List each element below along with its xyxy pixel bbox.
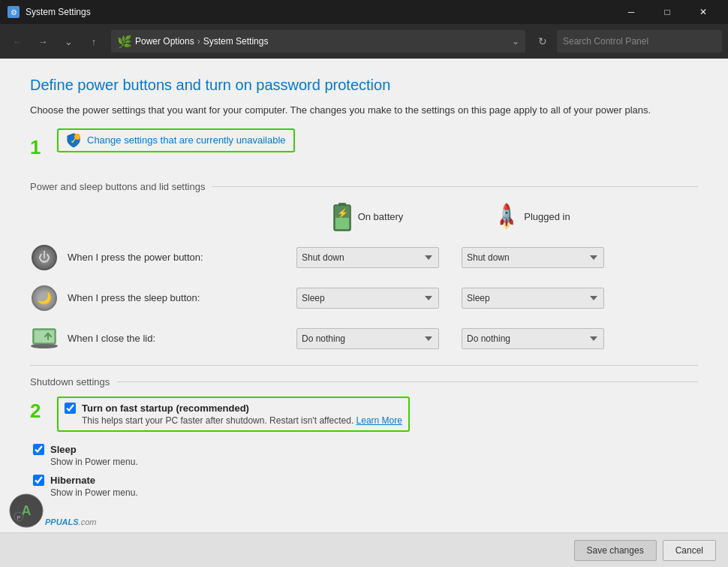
hibernate-checkbox[interactable] — [33, 475, 44, 486]
recent-button[interactable]: ⌄ — [57, 30, 80, 53]
breadcrumb-chevron-icon: ⌄ — [512, 36, 519, 47]
sleep-plugged-select[interactable]: Sleep Shut down Hibernate Turn off the d… — [462, 288, 604, 309]
battery-column-header: ⚡ On battery — [285, 201, 450, 233]
power-button-icon — [30, 243, 59, 272]
refresh-button[interactable]: ↻ — [531, 30, 554, 53]
back-button[interactable]: ← — [6, 30, 29, 53]
hibernate-desc: Show in Power menu. — [50, 487, 698, 498]
page-title: Define power buttons and turn on passwor… — [30, 77, 698, 94]
sleep-button-row: When I press the sleep button: Sleep Shu… — [30, 278, 698, 318]
sleep-battery-select[interactable]: Sleep Shut down Hibernate Turn off the d… — [296, 288, 439, 309]
power-button-label: When I press the power button: — [30, 243, 285, 272]
battery-icon: ⚡ — [332, 201, 352, 233]
lid-plugged-select-col: Do nothing Sleep Hibernate Shut down Tur… — [450, 328, 615, 349]
power-battery-select-col: Shut down Sleep Hibernate Turn off the d… — [285, 247, 450, 268]
hibernate-row: Hibernate — [33, 475, 698, 486]
change-settings-button[interactable]: ✓ ! Change settings that are currently u… — [57, 128, 295, 152]
svg-text:P: P — [17, 514, 20, 521]
forward-button[interactable]: → — [32, 30, 54, 53]
power-battery-select[interactable]: Shut down Sleep Hibernate Turn off the d… — [296, 247, 439, 268]
page-description: Choose the power settings that you want … — [30, 103, 698, 118]
breadcrumb-sep1: › — [197, 36, 200, 47]
window-controls: ─ □ ✕ — [614, 0, 720, 24]
sleep-shutdown-item: Sleep Show in Power menu. — [30, 444, 698, 467]
badge-2: 2 — [30, 400, 41, 423]
shutdown-section: Shutdown settings 2 Turn on fast startup… — [30, 376, 698, 498]
sleep-icon — [32, 285, 57, 311]
navigation-bar: ← → ⌄ ↑ 🌿 Power Options › System Setting… — [0, 24, 728, 59]
lid-label: When I close the lid: — [30, 324, 285, 353]
column-headers: ⚡ On battery 🚀 Plugged in — [30, 201, 698, 237]
sleep-battery-select-col: Sleep Shut down Hibernate Turn off the d… — [285, 288, 450, 309]
fast-startup-row: Turn on fast startup (recommended) — [65, 403, 402, 414]
maximize-button[interactable]: □ — [650, 0, 684, 24]
lid-icon — [30, 326, 59, 351]
search-input[interactable] — [557, 30, 722, 53]
sleep-button-label: When I press the sleep button: — [30, 284, 285, 312]
svg-rect-5 — [335, 218, 349, 229]
sleep-button-icon-wrap — [30, 284, 59, 312]
fast-startup-label: Turn on fast startup (recommended) — [82, 403, 249, 414]
divider — [30, 365, 698, 366]
plugged-column-header: 🚀 Plugged in — [450, 207, 615, 228]
hibernate-item: Hibernate Show in Power menu. — [30, 475, 698, 498]
svg-text:⚡: ⚡ — [336, 207, 347, 219]
sleep-shutdown-desc: Show in Power menu. — [50, 457, 698, 467]
lid-battery-select[interactable]: Do nothing Sleep Hibernate Shut down Tur… — [296, 328, 439, 349]
fast-startup-highlight-box: Turn on fast startup (recommended) This … — [57, 397, 410, 432]
lid-icon-wrap — [30, 324, 59, 353]
power-sleep-section: Power and sleep buttons and lid settings… — [30, 181, 698, 359]
shield-icon: ✓ ! — [66, 133, 81, 148]
lid-row: When I close the lid: Do nothing Sleep H… — [30, 318, 698, 359]
bottom-bar: Save changes Cancel — [0, 532, 728, 567]
save-changes-button[interactable]: Save changes — [574, 540, 657, 561]
sleep-plugged-select-col: Sleep Shut down Hibernate Turn off the d… — [450, 288, 615, 309]
appuals-logo: A P — [8, 492, 45, 529]
appuals-logo-svg: A P — [8, 493, 44, 529]
fast-startup-checkbox[interactable] — [65, 403, 76, 414]
cancel-button[interactable]: Cancel — [663, 540, 716, 561]
sleep-shutdown-checkbox[interactable] — [33, 444, 44, 455]
title-bar: ⚙ System Settings ─ □ ✕ — [0, 0, 728, 24]
watermark: A P PPUALS.com — [8, 492, 96, 529]
breadcrumb-path2: System Settings — [203, 36, 269, 47]
up-button[interactable]: ↑ — [83, 30, 105, 53]
power-plugged-select[interactable]: Shut down Sleep Hibernate Turn off the d… — [462, 247, 604, 268]
lid-plugged-select[interactable]: Do nothing Sleep Hibernate Shut down Tur… — [462, 328, 604, 349]
shutdown-section-header: Shutdown settings — [30, 376, 698, 388]
close-button[interactable]: ✕ — [686, 0, 720, 24]
rocket-icon: 🚀 — [492, 201, 522, 232]
badge-1: 1 — [30, 136, 41, 159]
learn-more-link[interactable]: Learn More — [356, 415, 402, 426]
minimize-button[interactable]: ─ — [614, 0, 648, 24]
sleep-shutdown-row: Sleep — [33, 444, 698, 455]
change-settings-link[interactable]: Change settings that are currently unava… — [87, 134, 286, 146]
power-icon — [32, 245, 57, 270]
power-sleep-header: Power and sleep buttons and lid settings — [30, 181, 698, 192]
breadcrumb-icon: 🌿 — [117, 35, 132, 49]
fast-startup-desc: This helps start your PC faster after sh… — [82, 415, 402, 426]
sleep-shutdown-label: Sleep — [50, 444, 77, 455]
content-area: Define power buttons and turn on passwor… — [0, 59, 728, 532]
power-plugged-select-col: Shut down Sleep Hibernate Turn off the d… — [450, 247, 615, 268]
breadcrumb-path1: Power Options — [135, 36, 194, 47]
fast-startup-wrapper: 2 Turn on fast startup (recommended) Thi… — [30, 397, 698, 438]
breadcrumb[interactable]: 🌿 Power Options › System Settings ⌄ — [111, 30, 525, 53]
hibernate-label: Hibernate — [50, 475, 95, 486]
lid-battery-select-col: Do nothing Sleep Hibernate Shut down Tur… — [285, 328, 450, 349]
watermark-text: PPUALS.com — [45, 517, 96, 529]
power-button-row: When I press the power button: Shut down… — [30, 237, 698, 278]
window-title: System Settings — [26, 7, 614, 17]
main-content: Define power buttons and turn on passwor… — [0, 59, 728, 567]
app-icon: ⚙ — [8, 6, 20, 18]
